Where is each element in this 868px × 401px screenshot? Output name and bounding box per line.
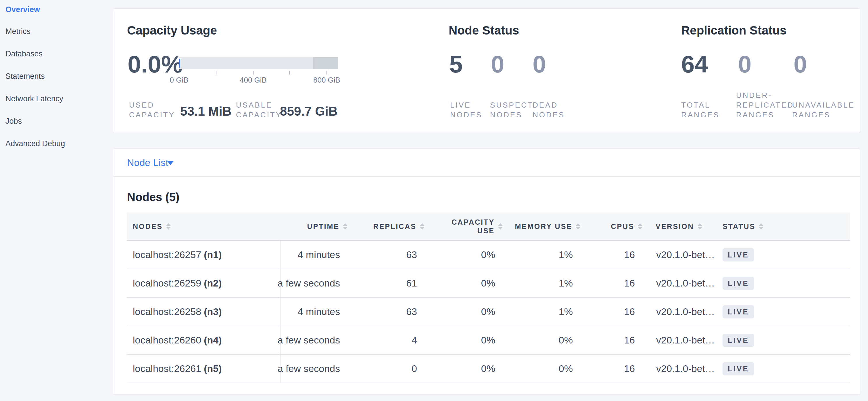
cell-capacity-use: 0% (425, 326, 503, 354)
sort-icon[interactable] (166, 223, 171, 230)
column-header-version[interactable]: VERSION (643, 212, 710, 240)
status-badge: LIVE (722, 277, 754, 290)
cell-capacity-use: 0% (425, 241, 503, 269)
status-badge: LIVE (722, 362, 754, 375)
cell-memory-use: 0% (503, 326, 581, 354)
view-selector-bar: Node List (113, 149, 860, 177)
sort-icon[interactable] (759, 223, 764, 230)
node-address-link[interactable]: localhost:26260 (133, 335, 201, 346)
cell-uptime: 4 minutes (281, 298, 348, 326)
sort-icon[interactable] (576, 223, 580, 230)
node-list-card: Node List Nodes (5) NODES UPTIME REPLICA… (113, 148, 860, 395)
sort-icon[interactable] (638, 223, 642, 230)
used-capacity-value: 53.1 MiB (180, 105, 232, 118)
column-header-cpus[interactable]: CPUS (581, 212, 643, 240)
cell-status: LIVE (710, 269, 850, 297)
cell-node-address: localhost:26260 (n4) (127, 326, 281, 354)
cell-replicas: 0 (348, 355, 425, 382)
status-badge: LIVE (722, 248, 754, 261)
cell-replicas: 61 (348, 269, 425, 297)
status-badge: LIVE (722, 334, 754, 347)
status-badge: LIVE (722, 305, 754, 318)
cell-status: LIVE (710, 326, 850, 354)
capacity-usage-title: Capacity Usage (127, 24, 217, 37)
capacity-axis-tick (289, 71, 290, 75)
cell-replicas: 63 (348, 241, 425, 269)
total-ranges-label: TOTAL RANGES (681, 100, 720, 120)
column-header-replicas[interactable]: REPLICAS (348, 212, 425, 240)
nodes-table: NODES UPTIME REPLICAS CAPACITY USE MEMOR… (127, 212, 850, 383)
sidebar-item-metrics[interactable]: Metrics (5, 26, 30, 36)
node-address-link[interactable]: localhost:26261 (133, 363, 201, 374)
unavailable-ranges-value: 0 (794, 52, 807, 76)
table-row[interactable]: localhost:26257 (n1) 4 minutes 63 0% 1% … (127, 241, 850, 269)
cell-version: v20.1.0-bet… (643, 269, 710, 297)
cell-version: v20.1.0-bet… (643, 241, 710, 269)
column-header-nodes[interactable]: NODES (127, 212, 281, 240)
dead-nodes-value: 0 (533, 52, 546, 76)
usable-capacity-label: USABLE CAPACITY (236, 100, 282, 120)
used-capacity-label: USED CAPACITY (129, 100, 175, 120)
cell-node-address: localhost:26257 (n1) (127, 241, 281, 269)
cell-uptime: a few seconds (281, 326, 348, 354)
cell-memory-use: 1% (503, 269, 581, 297)
cell-uptime: a few seconds (281, 269, 348, 297)
node-id: (n1) (204, 249, 222, 260)
sidebar-item-network-latency[interactable]: Network Latency (5, 94, 63, 104)
column-header-uptime[interactable]: UPTIME (281, 212, 348, 240)
capacity-bar-used-marker (179, 59, 180, 67)
column-header-status[interactable]: STATUS (710, 212, 850, 240)
sidebar-item-jobs[interactable]: Jobs (5, 116, 22, 126)
table-body: localhost:26257 (n1) 4 minutes 63 0% 1% … (127, 241, 850, 383)
cell-uptime: a few seconds (281, 355, 348, 382)
chevron-down-icon[interactable] (167, 161, 174, 165)
cell-uptime: 4 minutes (281, 241, 348, 269)
sidebar-item-statements[interactable]: Statements (5, 71, 45, 81)
cell-node-address: localhost:26261 (n5) (127, 355, 281, 382)
table-row[interactable]: localhost:26258 (n3) 4 minutes 63 0% 1% … (127, 298, 850, 326)
node-address-link[interactable]: localhost:26259 (133, 278, 201, 289)
node-address-link[interactable]: localhost:26258 (133, 306, 201, 317)
cell-cpus: 16 (581, 326, 643, 354)
sidebar: Overview Metrics Databases Statements Ne… (0, 0, 113, 401)
table-row[interactable]: localhost:26260 (n4) a few seconds 4 0% … (127, 326, 850, 355)
capacity-percent-value: 0.0% (128, 52, 183, 76)
cell-cpus: 16 (581, 269, 643, 297)
node-id: (n5) (204, 363, 222, 374)
cell-cpus: 16 (581, 298, 643, 326)
sort-icon[interactable] (420, 223, 425, 230)
total-ranges-value: 64 (681, 52, 708, 76)
capacity-axis-tick (179, 71, 179, 75)
node-id: (n3) (204, 306, 222, 317)
column-header-memory-use[interactable]: MEMORY USE (503, 212, 581, 240)
cell-version: v20.1.0-bet… (643, 298, 710, 326)
cell-capacity-use: 0% (425, 355, 503, 382)
cell-node-address: localhost:26258 (n3) (127, 298, 281, 326)
cell-replicas: 4 (348, 326, 425, 354)
sidebar-item-overview[interactable]: Overview (5, 5, 40, 15)
table-row[interactable]: localhost:26261 (n5) a few seconds 0 0% … (127, 355, 850, 383)
capacity-axis-label-400: 400 GiB (233, 76, 273, 84)
sort-icon[interactable] (498, 223, 503, 230)
column-header-capacity-use[interactable]: CAPACITY USE (425, 212, 503, 240)
sidebar-item-advanced-debug[interactable]: Advanced Debug (5, 139, 65, 148)
sort-icon[interactable] (343, 223, 347, 230)
cell-memory-use: 1% (503, 298, 581, 326)
sidebar-item-databases[interactable]: Databases (5, 49, 42, 59)
cell-cpus: 16 (581, 355, 643, 382)
usable-capacity-value: 859.7 GiB (280, 105, 338, 118)
cell-capacity-use: 0% (425, 269, 503, 297)
cell-memory-use: 1% (503, 241, 581, 269)
nodes-table-header: NODES UPTIME REPLICAS CAPACITY USE MEMOR… (127, 212, 850, 241)
capacity-usage-bar (179, 57, 338, 69)
table-row[interactable]: localhost:26259 (n2) a few seconds 61 0%… (127, 269, 850, 298)
capacity-axis-tick (327, 71, 327, 75)
node-address-link[interactable]: localhost:26257 (133, 249, 201, 260)
node-list-dropdown[interactable]: Node List (127, 149, 168, 176)
cell-status: LIVE (710, 241, 850, 269)
cell-memory-use: 0% (503, 355, 581, 382)
capacity-axis-label-0: 0 GiB (159, 76, 199, 84)
under-replicated-ranges-label: UNDER- REPLICATED RANGES (736, 90, 794, 120)
cell-status: LIVE (710, 298, 850, 326)
sort-icon[interactable] (698, 223, 702, 230)
